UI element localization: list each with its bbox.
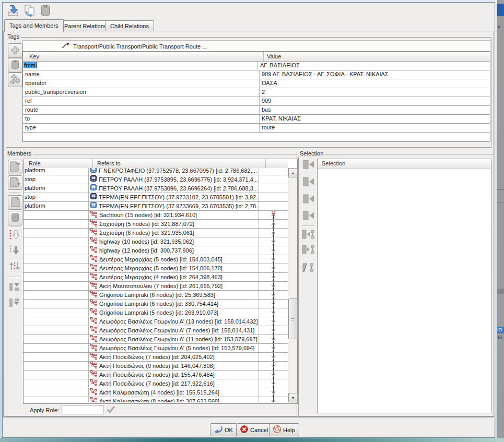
sort-members-button[interactable] [8, 229, 21, 242]
preset-row[interactable]: Transport/Public Transport/Public Transp… [22, 40, 490, 52]
member-row[interactable]: Grigoriou Lampraki (5 nodes) [id: 263,91… [24, 308, 288, 317]
arrow-down-icon [8, 244, 21, 258]
tag-row[interactable]: routebus [23, 106, 490, 115]
duplicate-member-button[interactable] [8, 195, 22, 210]
member-link-indicator [259, 255, 288, 264]
ok-button[interactable]: OK [210, 423, 237, 436]
member-row[interactable]: Δευτέρας Μεραρχίας (5 nodes) [id: 154,00… [24, 264, 288, 273]
apply-role-input[interactable] [62, 405, 103, 414]
apply-role-button[interactable] [104, 404, 117, 415]
member-row[interactable]: Λεωφόρος Βασιλέως Γεωργίου Α' (7 nodes) … [24, 326, 288, 335]
member-row[interactable]: Λεωφόρος Βασιλέως Γεωργίου Α' (5 nodes) … [24, 344, 288, 353]
refresh-relation-button[interactable] [22, 3, 38, 19]
member-row[interactable]: Σαχτούρη (5 nodes) [id: 321,887,072] [24, 220, 288, 229]
member-row[interactable]: stopΠΕΤΡΟΥ ΡΑΛΛΗ (37.9753895, 23.6696775… [24, 175, 288, 184]
member-row[interactable]: Ακτή Ποσειδώνος (7 nodes) [id: 204,025,4… [24, 353, 288, 362]
delete-tag-button[interactable] [8, 58, 22, 73]
cancel-button-label: Cancel [250, 427, 268, 433]
tag-row[interactable]: operatorΟΑΣΑ [23, 79, 490, 88]
member-row[interactable]: platformΤΕΡΜΑ(ΕΝ.ΕΡΓ.ΠΙΤΣΟΥ) (37.9733669… [24, 202, 288, 211]
members-scrollbar[interactable]: ▲ ▼ [288, 168, 297, 402]
add-tag-button[interactable] [8, 43, 22, 58]
tags-table-header: Key Value [23, 52, 490, 62]
paste-members-after-button[interactable] [8, 175, 22, 190]
member-row[interactable]: Ακτή Καλιμασσιώτη (8 nodes) [id: 307,623… [24, 397, 288, 402]
member-link-indicator [259, 326, 288, 335]
scroll-down-button[interactable]: ▼ [288, 393, 298, 402]
add-selection-at-start-button[interactable] [301, 175, 315, 189]
member-link-indicator [259, 317, 288, 326]
tab-child-relations[interactable]: Child Relations [105, 20, 154, 31]
member-row[interactable]: Sachtouri (15 nodes) [id: 321,934,610] [24, 211, 288, 220]
column-header-value[interactable]: Value [264, 52, 490, 61]
reverse-order-button[interactable] [8, 260, 21, 273]
cancel-button[interactable]: Cancel [236, 423, 272, 436]
member-row[interactable]: platformΠΕΤΡΟΥ ΡΑΛΛΗ (37.9753096, 23.669… [24, 184, 288, 193]
member-row[interactable]: Ακτή Μουτσοπούλου (7 nodes) [id: 261,665… [24, 282, 288, 291]
selection-table-header[interactable]: Selection [318, 159, 491, 169]
member-row[interactable]: Δευτέρας Μεραρχίας (4 nodes) [id: 264,39… [24, 273, 288, 282]
background-selected-row [497, 4, 504, 16]
dialog-button-bar: OK Cancel Help [3, 417, 493, 437]
scrollbar-thumb[interactable] [288, 298, 298, 339]
download-members-button[interactable] [8, 281, 21, 294]
member-row[interactable]: Ακτή Ποσειδώνος (2 nodes) [id: 155,476,4… [24, 371, 288, 379]
member-row[interactable]: Δευτέρας Μεραρχίας (5 nodes) [id: 154,00… [24, 255, 288, 264]
delete-relation-button[interactable] [38, 3, 53, 19]
reverse-icon [8, 260, 21, 273]
member-link-indicator [259, 388, 288, 397]
column-header-refers-to[interactable]: Refers to [93, 159, 266, 168]
select-members-button[interactable] [301, 228, 315, 242]
move-members-down-button[interactable] [8, 244, 21, 258]
selected-key-text[interactable]: from [24, 62, 37, 68]
tag-row[interactable]: name909 ΑΓ. ΒΑΣΙΛΕΙΟΣ - ΑΓ. ΣΟΦΙΑ - ΚΡΑΤ… [23, 70, 490, 79]
add-selection-before-button[interactable] [301, 193, 315, 206]
member-row[interactable]: stopΤΕΡΜΑ(ΕΝ.ΕΡΓ.ΠΙΤΣΟΥ) (37.9733102, 23… [24, 193, 288, 202]
tab-tags-and-members[interactable]: Tags and Members [4, 19, 64, 32]
scroll-up-button[interactable]: ▲ [288, 168, 298, 177]
column-header-key[interactable]: Key [23, 52, 264, 61]
member-row[interactable]: Σαχτούρη (6 nodes) [id: 321,935,061] [24, 229, 288, 237]
apply-role-label: Apply Role: [30, 407, 59, 413]
member-row[interactable]: Grigoriou Lampraki (6 nodes) [id: 25,369… [24, 291, 288, 300]
toolbar-separator [9, 277, 20, 277]
help-button[interactable]: Help [269, 423, 299, 436]
remove-member-button[interactable] [8, 211, 22, 225]
way-icon [90, 317, 97, 326]
selection-group-title: Selection [298, 150, 325, 157]
paste-after-icon [9, 176, 21, 189]
member-link-indicator [259, 184, 288, 193]
paste-before-icon [9, 161, 21, 173]
paste-tags-button[interactable] [8, 73, 22, 87]
apply-changes-button[interactable] [5, 3, 21, 19]
way-icon [90, 308, 97, 317]
member-row[interactable]: Λεωφόρος Βασιλέως Γεωργίου Α' (13 nodes)… [24, 317, 288, 326]
way-icon [90, 362, 97, 370]
remove-selected-members-button[interactable] [301, 261, 315, 275]
trash-icon [10, 59, 20, 71]
deselect-members-button[interactable] [301, 243, 315, 257]
way-icon [90, 211, 97, 219]
tag-row[interactable]: ref909 [23, 97, 490, 106]
way-icon [90, 282, 97, 290]
tab-parent-relations[interactable]: Parent Relations [59, 20, 112, 31]
member-row[interactable]: platformΓ ΝΕΚΡΟΤΑΦΕΙΟ (37.9752578, 23.66… [24, 168, 288, 175]
member-row[interactable]: Λεωφόρος Βασιλέως Γεωργίου Α' (11 nodes)… [24, 335, 288, 344]
member-row[interactable]: highway (10 nodes) [id: 321,935,062] [24, 237, 288, 246]
members-table: Role Refers to platformΓ ΝΕΚΡΟΤΑΦΕΙΟ (37… [23, 159, 298, 404]
tag-row[interactable]: fromΑΓ. ΒΑΣΙΛΕΙΟΣ [23, 62, 490, 70]
member-row[interactable]: Ακτή Ποσειδώνος (7 nodes) [id: 217,922,6… [24, 379, 288, 388]
set-members-from-selection-button[interactable] [301, 158, 315, 172]
member-row[interactable]: highway (12 nodes) [id: 300,737,906] [24, 246, 288, 255]
paste-members-before-button[interactable] [8, 160, 22, 174]
member-row[interactable]: Ακτή Ποσειδώνος (9 nodes) [id: 146,047,8… [24, 362, 288, 371]
add-selection-at-end-button[interactable] [301, 209, 315, 223]
way-icon [90, 291, 97, 299]
tag-row[interactable]: toΚΡΑΤ. ΝΙΚΑΙΑΣ [23, 115, 490, 124]
member-row[interactable]: Ακτή Καλιμασσιώτη (4 nodes) [id: 155,515… [24, 388, 288, 397]
tag-row[interactable]: typeroute [23, 124, 490, 133]
download-selected-members-button[interactable] [8, 296, 21, 310]
tag-row[interactable]: public_transport:version2 [23, 88, 490, 97]
column-header-role[interactable]: Role [24, 159, 93, 168]
member-row[interactable]: Grigoriou Lampraki (6 nodes) [id: 330,75… [24, 300, 288, 308]
